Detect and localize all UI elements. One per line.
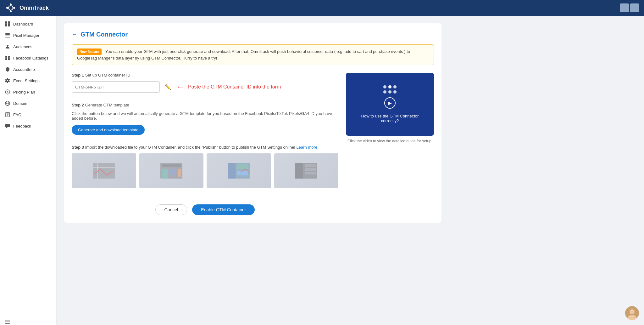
svg-rect-29 xyxy=(5,323,10,324)
annotation-text: Paste the GTM Container ID into the form xyxy=(188,84,281,90)
menu-icon[interactable] xyxy=(5,319,10,324)
red-arrow-icon: ← xyxy=(176,82,185,92)
dot-6 xyxy=(393,90,397,94)
content-left: Step 1 Set up GTM container ID ✏️ ← Past… xyxy=(72,73,338,215)
enable-gtm-button[interactable]: Enable GTM Container xyxy=(192,204,255,215)
dollar-icon: $ xyxy=(5,89,10,94)
svg-rect-10 xyxy=(5,36,10,36)
svg-rect-14 xyxy=(5,56,7,58)
dot-5 xyxy=(388,90,391,94)
svg-rect-16 xyxy=(5,58,7,60)
gtm-container-input[interactable] xyxy=(72,81,160,93)
svg-rect-7 xyxy=(5,24,7,26)
sidebar-label-domain: Domain xyxy=(13,101,27,106)
screenshot-thumb-4-inner xyxy=(274,153,339,188)
sidebar-item-feedback[interactable]: Feedback xyxy=(0,120,56,132)
generate-download-button[interactable]: Generate and download template xyxy=(72,125,145,135)
video-caption: Click the video to view the detailed gui… xyxy=(346,139,434,143)
right-panel: ▶ How to use the GTM Connector correctly… xyxy=(346,73,434,143)
step3-label: Step 3 Import the downloaded file to you… xyxy=(72,145,338,150)
sidebar-item-dashboard[interactable]: Dashboard xyxy=(0,18,56,30)
screenshot-thumb-4[interactable] xyxy=(274,153,339,188)
sidebar-item-facebook-catalogs[interactable]: Facebook Catalogs xyxy=(0,52,56,64)
svg-point-13 xyxy=(7,45,8,47)
app-header: OmniTrack xyxy=(0,0,644,16)
svg-point-1 xyxy=(10,3,12,5)
gear-icon xyxy=(5,78,10,83)
sidebar-item-event-settings[interactable]: Event Settings xyxy=(0,75,56,86)
cancel-button[interactable]: Cancel xyxy=(155,204,187,215)
svg-rect-5 xyxy=(5,21,7,24)
svg-rect-12 xyxy=(5,37,10,37)
step1-number: Step 1 xyxy=(72,73,84,77)
step1-row: ✏️ ← Paste the GTM Container ID into the… xyxy=(72,81,338,93)
step3-section: Step 3 Import the downloaded file to you… xyxy=(72,145,338,188)
svg-rect-44 xyxy=(305,164,316,167)
sidebar-item-account-info[interactable]: AccountInfo xyxy=(0,64,56,75)
screenshot-thumb-1[interactable] xyxy=(72,153,136,188)
svg-point-2 xyxy=(10,10,12,12)
back-button[interactable]: ← xyxy=(72,31,77,38)
sidebar-label-audiences: Audiences xyxy=(13,44,32,49)
svg-rect-11 xyxy=(5,33,10,34)
sidebar-label-feedback: Feedback xyxy=(13,124,31,128)
svg-rect-39 xyxy=(228,163,236,179)
sidebar-label-pricing-plan: Pricing Plan xyxy=(13,90,35,94)
svg-rect-35 xyxy=(162,169,168,179)
main-with-panel: Step 1 Set up GTM container ID ✏️ ← Past… xyxy=(72,73,434,215)
step2-label: Step 2 Generate GTM template xyxy=(72,103,338,107)
learn-more-link[interactable]: Learn more xyxy=(297,145,317,150)
svg-rect-30 xyxy=(93,163,115,179)
sidebar-item-pixel-manager[interactable]: Pixel Manager xyxy=(0,30,56,41)
step2-description: Generate GTM template xyxy=(85,103,129,107)
catalog-icon xyxy=(5,55,10,60)
page-header: ← GTM Connector xyxy=(72,31,434,38)
sidebar-nav: Dashboard Pixel Manager xyxy=(0,18,56,316)
sidebar: Dashboard Pixel Manager xyxy=(0,16,57,325)
layers-icon xyxy=(5,33,10,38)
sidebar-label-dashboard: Dashboard xyxy=(13,22,33,26)
chat-icon xyxy=(5,123,10,128)
sidebar-item-audiences[interactable]: Audiences xyxy=(0,41,56,52)
svg-rect-8 xyxy=(8,24,10,26)
main-layout: Dashboard Pixel Manager xyxy=(0,16,644,325)
sidebar-label-account-info: AccountInfo xyxy=(13,67,35,72)
sidebar-item-pricing-plan[interactable]: $ Pricing Plan xyxy=(0,86,56,98)
sidebar-label-pixel-manager: Pixel Manager xyxy=(13,33,39,38)
svg-rect-36 xyxy=(170,169,176,175)
page-title: GTM Connector xyxy=(80,31,128,38)
globe-icon xyxy=(5,101,10,106)
svg-rect-9 xyxy=(5,34,10,35)
header-avatar xyxy=(620,3,629,12)
person-icon xyxy=(5,44,10,49)
svg-point-48 xyxy=(630,309,635,314)
new-feature-badge: New feature xyxy=(77,48,102,55)
dot-3 xyxy=(393,85,397,88)
screenshot-thumb-1-inner xyxy=(72,153,136,188)
header-right xyxy=(620,3,639,12)
screenshot-thumb-2[interactable] xyxy=(139,153,204,188)
logo: OmniTrack xyxy=(5,2,49,14)
svg-rect-46 xyxy=(305,172,316,174)
step3-description: Import the downloaded file to your GTM C… xyxy=(85,145,297,150)
play-button[interactable]: ▶ xyxy=(384,97,396,109)
svg-rect-40 xyxy=(237,164,248,169)
dot-2 xyxy=(388,85,391,88)
svg-point-3 xyxy=(6,7,8,9)
step1-description: Set up GTM container ID xyxy=(85,73,130,77)
sidebar-item-domain[interactable]: Domain xyxy=(0,98,56,109)
svg-rect-27 xyxy=(5,320,10,321)
arrow-annotation: ← Paste the GTM Container ID into the fo… xyxy=(176,82,281,92)
sidebar-item-faq[interactable]: FAQ xyxy=(0,109,56,120)
shield-icon xyxy=(5,67,10,72)
support-avatar[interactable] xyxy=(625,306,639,320)
svg-rect-37 xyxy=(178,169,181,177)
video-logo: ▶ xyxy=(383,85,397,109)
svg-rect-28 xyxy=(5,322,10,322)
video-card[interactable]: ▶ How to use the GTM Connector correctly… xyxy=(346,73,434,136)
screenshot-thumb-3[interactable] xyxy=(207,153,271,188)
logo-text: OmniTrack xyxy=(19,5,49,11)
content-card: ← GTM Connector New feature You can enab… xyxy=(64,23,441,223)
main-content: ← GTM Connector New feature You can enab… xyxy=(57,16,644,325)
edit-icon-button[interactable]: ✏️ xyxy=(165,84,171,90)
